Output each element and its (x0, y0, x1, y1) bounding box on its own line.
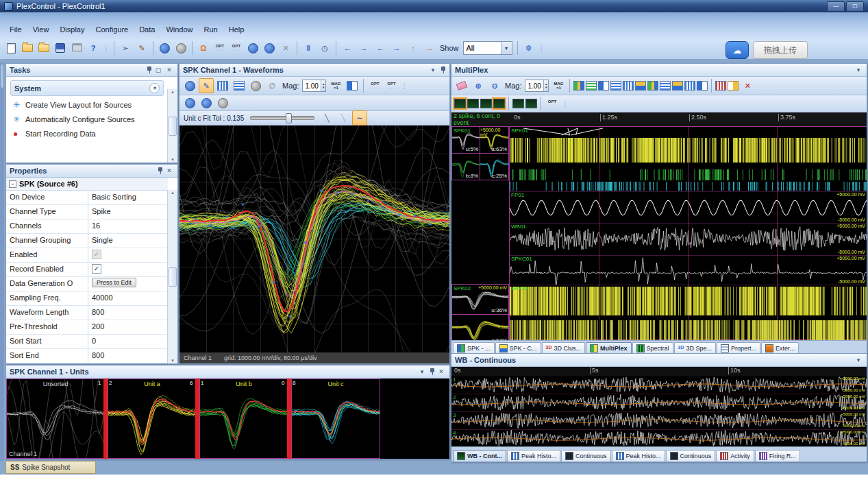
minimize-button[interactable]: — (827, 1, 845, 12)
spk01-unitb-thumb[interactable]: b:8% (451, 153, 480, 180)
mag-spinner[interactable]: 1.00 ▴▾ (302, 80, 326, 92)
tab-properties[interactable]: Propert... (717, 342, 760, 354)
close-icon[interactable]: ✕ (164, 66, 174, 75)
prev-page-icon[interactable]: ← (373, 40, 388, 56)
spk01-unsorted-thumb[interactable]: SPK01 u:5% (451, 126, 480, 154)
opt-display-icon[interactable]: OPT··· (367, 78, 382, 93)
line-tool2-icon[interactable]: ╲ (336, 110, 351, 125)
add-channel-icon[interactable] (647, 81, 658, 91)
menu-display[interactable]: Display (54, 24, 90, 35)
opt-sort-icon[interactable]: OPT··· (384, 78, 399, 93)
menu-view[interactable]: View (27, 24, 55, 35)
split-rows-icon[interactable] (635, 81, 646, 91)
channels-grid-icon[interactable] (573, 81, 584, 91)
wb-channel-row[interactable]: 1 +5000.00 mV -5000.00 mV (451, 376, 867, 394)
wb-pane-icon[interactable] (512, 99, 524, 108)
up-channel-icon[interactable]: ↑ (406, 40, 421, 56)
mag-reset-icon[interactable]: MAG=1 (551, 78, 566, 93)
spike-snapshot-tab[interactable]: SS Spike Snapshot (5, 461, 96, 474)
help-icon[interactable]: ? (86, 40, 101, 56)
scroll-thumb[interactable] (169, 117, 177, 136)
scroll-thumb[interactable] (169, 267, 177, 287)
line-tool-icon[interactable]: ╲ (319, 110, 334, 125)
upload-button[interactable]: 拖拽上传 (753, 41, 808, 59)
property-value[interactable]: 40000 (88, 291, 168, 305)
unit-a-plot[interactable]: Unit a (108, 379, 197, 459)
settings-wrench-icon[interactable]: ⚙ (521, 40, 536, 56)
wb-channel-row[interactable]: 4 +5000.00 mV -5000.00 mV (451, 429, 867, 446)
unit-c-plot[interactable]: Unit c (291, 379, 380, 459)
menu-data[interactable]: Data (134, 24, 160, 35)
units-plots[interactable]: Unsorted Unit a Unit b Unit c (6, 379, 449, 459)
tab-peak-histogram2[interactable]: Peak Histo... (612, 450, 665, 462)
show-filter-combo[interactable]: All ▾ (463, 41, 512, 55)
save-icon[interactable] (53, 40, 68, 56)
opt-display-icon[interactable]: OPT··· (212, 40, 227, 56)
scroll-down-icon[interactable]: ▾ (171, 157, 174, 163)
spin-down-icon[interactable]: ▾ (545, 86, 547, 89)
collapse-chevron-icon[interactable]: » (149, 83, 160, 93)
task-auto-configure[interactable]: ✳ Automatically Configure Sources (6, 112, 153, 127)
snapshot-camera-icon[interactable] (182, 78, 197, 93)
property-value[interactable]: Single (88, 234, 168, 248)
menu-window[interactable]: Window (160, 24, 198, 35)
waveform-plot-canvas[interactable] (179, 125, 449, 352)
tasks-section-system[interactable]: System » (10, 80, 164, 96)
clear-units-icon[interactable]: ∅ (264, 78, 280, 93)
tab-wb-continuous[interactable]: WB - Cont... (453, 450, 506, 462)
tab-continuous2[interactable]: Continuous (666, 450, 716, 462)
dropdown-icon[interactable]: ▾ (854, 66, 863, 75)
tab-spectral[interactable]: Spectral (632, 342, 673, 354)
dropdown-icon[interactable]: ▾ (417, 368, 427, 376)
multiplex-traces[interactable]: SPK01 FP01 +5000.00 mV -5000.00 mV WB01 … (509, 126, 867, 340)
wb-traces[interactable]: 1 +5000.00 mV -5000.00 mV 2 +5000.00 mV … (451, 376, 867, 446)
tile-view-icon[interactable] (660, 81, 671, 91)
spike-pane-icon[interactable] (454, 99, 466, 108)
capture-icon[interactable] (157, 40, 172, 56)
print-icon[interactable] (69, 40, 84, 56)
spk02-unsorted-thumb[interactable]: SPK02 +5000.00 mV u:36% (451, 284, 509, 315)
circle-select-icon[interactable] (248, 78, 263, 93)
raster-view-icon[interactable] (586, 81, 597, 91)
press-to-edit-button[interactable]: Press to Edit (92, 278, 136, 287)
record-snapshot-icon[interactable] (245, 40, 260, 56)
task-create-view-layout[interactable]: ✳ Create View Layout for Sources (6, 98, 153, 112)
spk01-unitc-thumb[interactable]: c:25% (480, 153, 509, 180)
property-value[interactable]: 0 (88, 335, 168, 348)
page-layout-icon[interactable] (684, 81, 695, 91)
tab-spk-c[interactable]: SPK - C... (495, 342, 541, 354)
wb-channel-row[interactable]: 2 +5000.00 mV -5000.00 mV (451, 394, 867, 412)
properties-scrollbar[interactable]: ▴▾ (167, 190, 177, 363)
timeline-view-icon[interactable] (697, 81, 708, 91)
stack-view-icon[interactable] (623, 81, 634, 91)
tab-3d-spectral[interactable]: 3D3D Spe... (674, 342, 716, 354)
tab-activity[interactable]: Activity (716, 450, 754, 462)
omega-tool-icon[interactable]: Ω (196, 40, 211, 56)
last-channel-icon[interactable]: → (422, 40, 437, 56)
tab-firing-rate[interactable]: Firing R... (755, 450, 800, 462)
upload-cloud-icon[interactable]: ☁ (726, 41, 749, 59)
fit-tolerance-slider[interactable] (250, 116, 314, 120)
prev-channel-icon[interactable]: ← (340, 40, 355, 56)
clear-capture-icon[interactable]: ✕ (278, 40, 293, 56)
highlight-view-icon[interactable] (728, 81, 739, 91)
task-start-recording[interactable]: ● Start Recording Data (6, 127, 153, 141)
spin-down-icon[interactable]: ▾ (323, 86, 325, 89)
property-value[interactable]: 800 (88, 349, 168, 363)
multiplex-content[interactable]: SPK01 u:5% +5000.00 mV a:63% b:8% c (451, 126, 867, 340)
spinner-arrows[interactable]: ▴▾ (543, 80, 549, 91)
float-icon[interactable]: ▢ (153, 66, 163, 75)
remove-all-icon[interactable]: ✕ (740, 78, 755, 93)
menu-run[interactable]: Run (199, 24, 223, 35)
fp-pane-icon[interactable] (525, 99, 537, 108)
autoscale-waveform-icon[interactable]: ∼ (352, 110, 367, 125)
tab-external[interactable]: Exter... (761, 342, 799, 354)
opt-settings-icon[interactable]: OPT··· (229, 40, 244, 56)
pause-icon[interactable]: ‖ (301, 40, 316, 56)
open-file-icon[interactable] (20, 40, 35, 56)
slider-thumb[interactable] (286, 113, 292, 123)
spk02-unita-thumb[interactable]: a:64% (451, 314, 509, 340)
mag-spinner[interactable]: 1.00 ▴▾ (525, 80, 549, 92)
tasks-scrollbar[interactable]: ▴▾ (167, 89, 177, 163)
unsorted-plot[interactable]: Unsorted (6, 379, 105, 459)
